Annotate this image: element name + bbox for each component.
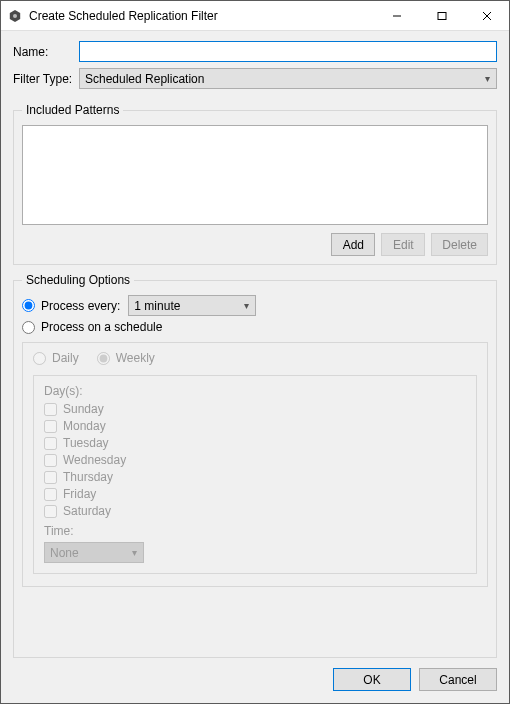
process-schedule-radio-input[interactable] [22, 321, 35, 334]
tuesday-label: Tuesday [63, 436, 109, 450]
day-tuesday: Tuesday [44, 436, 466, 450]
titlebar: Create Scheduled Replication Filter [1, 1, 509, 31]
daily-radio-input [33, 352, 46, 365]
edit-button: Edit [381, 233, 425, 256]
weekly-radio-input [97, 352, 110, 365]
process-every-radio[interactable]: Process every: [22, 299, 120, 313]
sunday-label: Sunday [63, 402, 104, 416]
days-box: Day(s): Sunday Monday Tuesday Wednesday … [33, 375, 477, 574]
add-button[interactable]: Add [331, 233, 375, 256]
process-every-label: Process every: [41, 299, 120, 313]
weekly-radio: Weekly [97, 351, 155, 365]
app-icon [7, 8, 23, 24]
svg-point-1 [13, 14, 17, 18]
day-friday: Friday [44, 487, 466, 501]
process-schedule-radio[interactable]: Process on a schedule [22, 320, 162, 334]
included-patterns-group: Included Patterns Add Edit Delete [13, 103, 497, 265]
time-label: Time: [44, 524, 466, 538]
friday-check [44, 488, 57, 501]
window-title: Create Scheduled Replication Filter [29, 9, 374, 23]
filter-type-row: Filter Type: Scheduled Replication ▾ [13, 68, 497, 89]
daily-radio: Daily [33, 351, 79, 365]
maximize-button[interactable] [419, 1, 464, 30]
minimize-button[interactable] [374, 1, 419, 30]
process-schedule-row: Process on a schedule [22, 320, 488, 334]
chevron-down-icon: ▾ [244, 300, 249, 311]
time-dropdown: None ▾ [44, 542, 144, 563]
process-schedule-label: Process on a schedule [41, 320, 162, 334]
process-every-value: 1 minute [134, 299, 180, 313]
included-patterns-legend: Included Patterns [22, 103, 123, 117]
patterns-buttons: Add Edit Delete [22, 233, 488, 256]
tuesday-check [44, 437, 57, 450]
ok-button[interactable]: OK [333, 668, 411, 691]
cancel-button[interactable]: Cancel [419, 668, 497, 691]
scheduling-options-legend: Scheduling Options [22, 273, 134, 287]
day-sunday: Sunday [44, 402, 466, 416]
frequency-row: Daily Weekly [33, 351, 477, 365]
monday-label: Monday [63, 419, 106, 433]
filter-type-value: Scheduled Replication [85, 72, 204, 86]
process-every-dropdown[interactable]: 1 minute ▾ [128, 295, 256, 316]
monday-check [44, 420, 57, 433]
dialog-window: Create Scheduled Replication Filter Name… [0, 0, 510, 704]
scheduling-options-group: Scheduling Options Process every: 1 minu… [13, 273, 497, 658]
day-wednesday: Wednesday [44, 453, 466, 467]
chevron-down-icon: ▾ [485, 73, 490, 84]
saturday-label: Saturday [63, 504, 111, 518]
daily-label: Daily [52, 351, 79, 365]
thursday-check [44, 471, 57, 484]
chevron-down-icon: ▾ [132, 547, 137, 558]
day-thursday: Thursday [44, 470, 466, 484]
filter-type-label: Filter Type: [13, 72, 79, 86]
process-every-radio-input[interactable] [22, 299, 35, 312]
close-button[interactable] [464, 1, 509, 30]
process-every-row: Process every: 1 minute ▾ [22, 295, 488, 316]
weekly-label: Weekly [116, 351, 155, 365]
day-saturday: Saturday [44, 504, 466, 518]
name-row: Name: [13, 41, 497, 62]
dialog-buttons: OK Cancel [1, 658, 509, 703]
days-label: Day(s): [44, 384, 466, 398]
thursday-label: Thursday [63, 470, 113, 484]
name-label: Name: [13, 45, 79, 59]
sunday-check [44, 403, 57, 416]
saturday-check [44, 505, 57, 518]
friday-label: Friday [63, 487, 96, 501]
wednesday-check [44, 454, 57, 467]
day-monday: Monday [44, 419, 466, 433]
dialog-content: Name: Filter Type: Scheduled Replication… [1, 31, 509, 658]
time-value: None [50, 546, 79, 560]
filter-type-dropdown[interactable]: Scheduled Replication ▾ [79, 68, 497, 89]
delete-button: Delete [431, 233, 488, 256]
patterns-list[interactable] [22, 125, 488, 225]
svg-rect-3 [438, 12, 446, 19]
schedule-details: Daily Weekly Day(s): Sunday Monday Tuesd… [22, 342, 488, 587]
window-controls [374, 1, 509, 30]
name-input[interactable] [79, 41, 497, 62]
wednesday-label: Wednesday [63, 453, 126, 467]
